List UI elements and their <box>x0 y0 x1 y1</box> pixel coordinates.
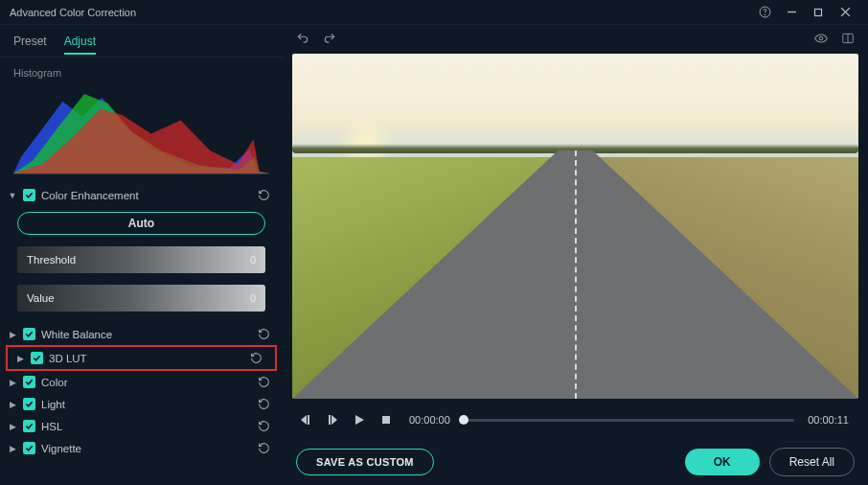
ok-button[interactable]: OK <box>685 449 760 475</box>
svg-rect-3 <box>815 9 822 15</box>
svg-point-1 <box>765 14 765 15</box>
reset-icon[interactable] <box>256 375 271 390</box>
checkbox-light[interactable] <box>23 398 35 410</box>
playback-scrubber[interactable] <box>464 419 794 422</box>
eye-icon[interactable] <box>811 28 832 49</box>
slider-label: Threshold <box>17 254 76 266</box>
svg-rect-10 <box>308 415 309 425</box>
save-as-custom-button[interactable]: SAVE AS CUSTOM <box>296 449 434 475</box>
svg-point-6 <box>819 36 823 40</box>
playback-total-time: 00:00:11 <box>808 414 849 426</box>
svg-marker-13 <box>355 415 364 425</box>
checkbox-3d-lut[interactable] <box>31 352 43 364</box>
section-label: Color Enhancement <box>41 190 256 201</box>
tab-adjust[interactable]: Adjust <box>64 35 96 54</box>
window-title: Advanced Color Correction <box>10 7 136 18</box>
reset-icon[interactable] <box>256 397 271 412</box>
slider-label: Value <box>17 292 55 304</box>
section-3d-lut[interactable]: ▶ 3D LUT <box>8 347 275 369</box>
chevron-right-icon: ▶ <box>8 444 17 453</box>
minimize-icon[interactable] <box>778 0 805 25</box>
chevron-right-icon: ▶ <box>8 400 17 409</box>
adjust-sidebar: Preset Adjust Histogram ▼ Color Enhancem… <box>0 25 283 485</box>
next-frame-icon[interactable] <box>323 410 342 429</box>
play-icon[interactable] <box>350 410 369 429</box>
section-label: White Balance <box>41 329 256 340</box>
highlight-3d-lut: ▶ 3D LUT <box>6 345 277 371</box>
prev-frame-icon[interactable] <box>296 410 315 429</box>
chevron-down-icon: ▼ <box>8 191 17 200</box>
playback-current-time: 00:00:00 <box>409 414 450 426</box>
checkbox-white-balance[interactable] <box>23 328 35 340</box>
redo-icon[interactable] <box>319 28 340 49</box>
section-vignette[interactable]: ▶ Vignette <box>0 437 283 459</box>
chevron-right-icon: ▶ <box>8 330 17 339</box>
histogram-chart <box>13 82 269 174</box>
titlebar: Advanced Color Correction <box>0 0 868 25</box>
undo-icon[interactable] <box>292 28 313 49</box>
reset-icon[interactable] <box>256 441 271 456</box>
preview-toolbar <box>283 25 868 52</box>
section-color-enhancement[interactable]: ▼ Color Enhancement <box>0 184 283 206</box>
reset-icon[interactable] <box>256 188 271 203</box>
sidebar-tabs: Preset Adjust <box>0 31 283 58</box>
section-light[interactable]: ▶ Light <box>0 393 283 415</box>
svg-marker-9 <box>301 415 307 425</box>
value-slider[interactable]: Value 0 <box>17 285 265 312</box>
chevron-right-icon: ▶ <box>15 354 25 363</box>
tab-preset[interactable]: Preset <box>13 35 47 54</box>
section-white-balance[interactable]: ▶ White Balance <box>0 323 283 345</box>
reset-icon[interactable] <box>248 351 263 366</box>
section-color[interactable]: ▶ Color <box>0 371 283 393</box>
maximize-icon[interactable] <box>805 0 832 25</box>
threshold-slider[interactable]: Threshold 0 <box>17 246 265 273</box>
section-label: HSL <box>41 421 256 432</box>
svg-marker-11 <box>331 415 337 425</box>
chevron-right-icon: ▶ <box>8 422 17 431</box>
histogram-label: Histogram <box>0 58 283 82</box>
checkbox-color[interactable] <box>23 376 35 388</box>
help-icon[interactable] <box>751 0 778 25</box>
compare-icon[interactable] <box>837 28 858 49</box>
reset-icon[interactable] <box>256 327 271 342</box>
close-icon[interactable] <box>832 0 858 25</box>
footer-bar: SAVE AS CUSTOM OK Reset All <box>283 439 868 485</box>
preview-image <box>292 54 858 399</box>
checkbox-color-enhancement[interactable] <box>23 189 35 201</box>
preview-pane: 00:00:00 00:00:11 SAVE AS CUSTOM OK Rese… <box>283 25 868 485</box>
stop-icon[interactable] <box>377 410 396 429</box>
svg-rect-12 <box>329 415 331 425</box>
checkbox-hsl[interactable] <box>23 420 35 432</box>
playback-bar: 00:00:00 00:00:11 <box>283 401 868 439</box>
checkbox-vignette[interactable] <box>23 442 35 454</box>
section-label: Light <box>41 399 256 410</box>
section-label: 3D LUT <box>49 353 248 364</box>
section-label: Vignette <box>41 443 256 454</box>
chevron-right-icon: ▶ <box>8 378 17 387</box>
auto-button[interactable]: Auto <box>17 212 265 235</box>
slider-value: 0 <box>250 292 256 304</box>
slider-value: 0 <box>250 254 256 266</box>
reset-all-button[interactable]: Reset All <box>769 448 855 476</box>
section-hsl[interactable]: ▶ HSL <box>0 415 283 437</box>
svg-rect-14 <box>382 416 390 424</box>
reset-icon[interactable] <box>256 419 271 434</box>
section-label: Color <box>41 377 256 388</box>
